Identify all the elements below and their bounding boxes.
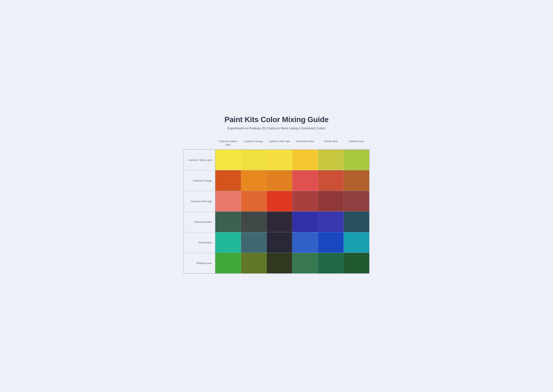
color-cells-0 bbox=[215, 150, 369, 170]
color-cells-2 bbox=[215, 191, 369, 211]
row-label-4: Phthalo Blue bbox=[198, 241, 212, 244]
color-cell-2-1 bbox=[241, 191, 267, 211]
color-cell-0-5 bbox=[344, 150, 369, 170]
color-cell-3-5 bbox=[344, 212, 369, 232]
color-cell-4-1 bbox=[241, 232, 267, 253]
row-label-container-3: Ultramarine Blue bbox=[184, 212, 215, 232]
color-cell-3-1 bbox=[241, 212, 267, 232]
row-label-5: Phthalo Green bbox=[196, 262, 212, 265]
col-header-2: Cadmium Red Light bbox=[267, 140, 292, 149]
grid-row-1: Cadmium Orange bbox=[184, 170, 369, 191]
color-cell-2-3 bbox=[292, 191, 318, 211]
color-cell-2-5 bbox=[344, 191, 369, 211]
col-header-5: Phthalo Green bbox=[344, 140, 369, 149]
row-label-1: Cadmium Orange bbox=[193, 179, 212, 182]
color-cell-4-3 bbox=[292, 232, 318, 253]
grid-row-5: Phthalo Green bbox=[184, 253, 369, 273]
page-title: Paint Kits Color Mixing Guide bbox=[184, 115, 369, 124]
color-cells-5 bbox=[215, 253, 369, 273]
grid-row-0: Cadmium Yellow Light bbox=[184, 150, 369, 170]
color-cell-5-1 bbox=[241, 253, 267, 273]
color-cell-5-3 bbox=[292, 253, 318, 273]
color-cell-0-2 bbox=[267, 150, 292, 170]
col-header-4: Phthalo Blue bbox=[318, 140, 344, 149]
grid-row-3: Ultramarine Blue bbox=[184, 212, 369, 232]
color-cell-4-0 bbox=[215, 232, 241, 253]
col-header-1: Cadmium Orange bbox=[241, 140, 266, 149]
chart-wrapper: Cadmium Yellow LightCadmium OrangeCadmiu… bbox=[184, 140, 369, 274]
color-cell-5-5 bbox=[344, 253, 369, 273]
color-cell-2-0 bbox=[215, 191, 241, 211]
page-subtitle: Experiment or Produce 20 Colors or More … bbox=[184, 126, 369, 130]
color-cell-0-3 bbox=[292, 150, 318, 170]
color-cells-1 bbox=[215, 170, 369, 191]
grid-row-2: Cadmium Red Light bbox=[184, 191, 369, 212]
color-cell-3-3 bbox=[292, 212, 318, 232]
color-cells-4 bbox=[215, 232, 369, 253]
color-cell-5-0 bbox=[215, 253, 241, 273]
color-cell-3-4 bbox=[318, 212, 344, 232]
color-cells-3 bbox=[215, 212, 369, 232]
color-cell-4-4 bbox=[318, 232, 344, 253]
color-cell-1-0 bbox=[215, 170, 241, 191]
row-label-container-1: Cadmium Orange bbox=[184, 170, 215, 191]
color-cell-4-5 bbox=[344, 232, 369, 253]
color-cell-5-4 bbox=[318, 253, 344, 273]
row-label-container-0: Cadmium Yellow Light bbox=[184, 150, 215, 170]
color-cell-0-1 bbox=[241, 150, 267, 170]
row-label-container-4: Phthalo Blue bbox=[184, 232, 215, 253]
header-row: Cadmium Yellow LightCadmium OrangeCadmiu… bbox=[215, 140, 369, 149]
color-cell-5-2 bbox=[267, 253, 292, 273]
col-header-0: Cadmium Yellow Light bbox=[215, 140, 241, 149]
color-cell-3-2 bbox=[267, 212, 292, 232]
color-cell-0-0 bbox=[215, 150, 241, 170]
color-cell-4-2 bbox=[267, 232, 292, 253]
color-cell-1-3 bbox=[292, 170, 318, 191]
col-header-3: Ultramarine Blue bbox=[292, 140, 318, 149]
row-label-2: Cadmium Red Light bbox=[191, 200, 212, 203]
color-cell-3-0 bbox=[215, 212, 241, 232]
color-cell-2-4 bbox=[318, 191, 344, 211]
row-label-3: Ultramarine Blue bbox=[194, 220, 212, 224]
color-cell-1-2 bbox=[267, 170, 292, 191]
row-label-container-5: Phthalo Green bbox=[184, 253, 215, 273]
page-container: Paint Kits Color Mixing Guide Experiment… bbox=[174, 106, 379, 287]
color-cell-1-1 bbox=[241, 170, 267, 191]
color-cell-2-2 bbox=[267, 191, 292, 211]
row-label-0: Cadmium Yellow Light bbox=[188, 158, 212, 162]
color-grid: Cadmium Yellow LightCadmium OrangeCadmiu… bbox=[184, 149, 369, 274]
color-cell-1-4 bbox=[318, 170, 344, 191]
color-cell-0-4 bbox=[318, 150, 344, 170]
color-cell-1-5 bbox=[344, 170, 369, 191]
grid-row-4: Phthalo Blue bbox=[184, 232, 369, 253]
row-label-container-2: Cadmium Red Light bbox=[184, 191, 215, 211]
